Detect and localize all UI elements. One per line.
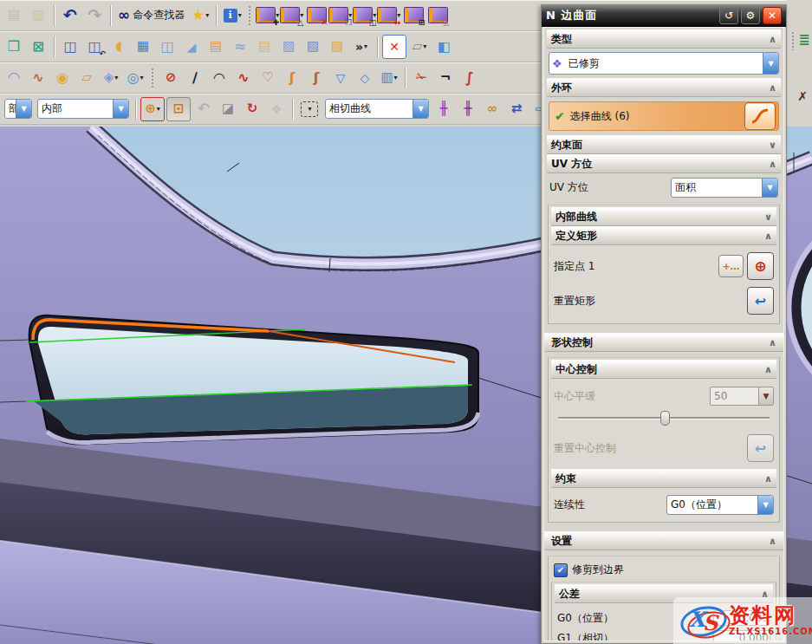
fit-view-icon[interactable]: ✕ <box>382 35 406 59</box>
copy-icon[interactable]: ▤ <box>3 4 25 27</box>
select-curve-row[interactable]: ✔ 选择曲线 (6) <box>549 101 779 131</box>
undo-view-icon[interactable]: ↶ <box>192 98 215 120</box>
variational-sweep-icon[interactable]: ∿ <box>27 67 49 89</box>
section-surface-icon[interactable]: ◉ <box>51 67 74 89</box>
rectangle-select-icon[interactable]: ▾ <box>301 101 318 117</box>
mirror-feature-icon[interactable]: ◫↶ <box>83 36 106 58</box>
offset-region-icon[interactable]: △▾ <box>281 4 303 27</box>
swept-icon[interactable]: ◠ <box>3 67 25 89</box>
continuity-dropdown[interactable]: G0（位置） ▼ <box>666 495 774 515</box>
dialog-close-button[interactable]: ✕ <box>763 7 782 24</box>
delete-face-icon[interactable]: ✕ <box>305 4 328 27</box>
four-point-surface-icon[interactable]: ▱ <box>75 67 98 89</box>
section-outer-loop[interactable]: 外环 ∧ <box>547 78 781 97</box>
arc-icon[interactable]: ◠ <box>208 67 231 89</box>
toolbar-grip[interactable] <box>248 5 252 26</box>
filter-dropdown-partial-arrow[interactable]: ▼ <box>16 100 31 118</box>
center-flat-spinner[interactable]: 50 ▼ <box>710 387 774 406</box>
uv-dropdown-arrow[interactable]: ▼ <box>762 179 777 197</box>
selection-scope-dropdown[interactable]: 内部▼ <box>37 99 129 119</box>
redo-icon[interactable]: ↷ <box>83 4 106 27</box>
offset-curve-on-surface-icon[interactable]: ʃ <box>305 67 328 89</box>
stop-at-intersection-icon[interactable]: ╫ <box>432 98 455 120</box>
display-mode-icon[interactable]: ▱▾ <box>408 36 431 58</box>
stop-at-intersection-alt-icon[interactable]: ╫ <box>457 98 479 120</box>
subtract-icon[interactable]: ⊠ <box>27 36 49 58</box>
snap-point-icon[interactable]: ⊕▾ <box>140 97 165 121</box>
copy-face-icon[interactable]: ❐▾ <box>329 4 352 27</box>
undo-icon[interactable]: ↶ <box>59 4 81 27</box>
trim-curve-icon[interactable]: ✁ <box>410 67 432 89</box>
curve-on-surface-icon[interactable]: ʃ <box>281 67 303 89</box>
point-button[interactable]: ⊕ <box>747 252 774 280</box>
pattern-face-icon[interactable]: ⊞ <box>402 4 425 27</box>
project-curve-icon[interactable]: ▽ <box>329 67 352 89</box>
pattern-feature-icon[interactable]: ◫ <box>59 36 81 58</box>
section-center-control[interactable]: 中心控制 ∧ <box>551 360 776 379</box>
type-dropdown[interactable]: ❖ 已修剪 ▼ <box>549 52 779 75</box>
trim-to-boundary-row[interactable]: ✔ 修剪到边界 <box>554 563 774 577</box>
combined-projection-icon[interactable]: ◇ <box>354 67 376 89</box>
orient-view-icon[interactable]: ⊡ <box>166 97 191 121</box>
studio-spline-icon[interactable]: ∿ <box>232 67 255 89</box>
section-uv-orientation[interactable]: UV 方位 ∧ <box>547 154 781 173</box>
smooth-spline-icon[interactable]: ∫ <box>458 67 481 89</box>
split-body-icon[interactable]: ◫ <box>156 36 179 58</box>
cascade-windows-icon[interactable]: ≣ <box>793 29 812 51</box>
profile-icon[interactable]: ⊘ <box>159 67 182 89</box>
section-constraint-faces[interactable]: 约束面 ∨ <box>547 135 781 154</box>
studio-curve-icon[interactable]: ♡ <box>257 67 279 89</box>
section-settings[interactable]: 设置 ∧ <box>544 531 783 550</box>
point-dialog-button[interactable]: +… <box>718 255 744 277</box>
continuity-dropdown-arrow[interactable]: ▼ <box>757 496 773 514</box>
center-flat-slider[interactable] <box>558 410 770 426</box>
curve-select-button[interactable] <box>744 102 776 130</box>
selection-scope-dropdown-arrow[interactable]: ▼ <box>113 100 128 118</box>
rotate-point-icon[interactable]: ↻ <box>241 98 263 120</box>
slider-thumb[interactable] <box>660 411 670 426</box>
thicken-icon[interactable]: ▤ <box>205 36 227 58</box>
cut-face-icon[interactable]: ◫▾ <box>354 4 376 27</box>
resize-face-icon[interactable]: ↔▾ <box>378 4 400 27</box>
shaded-view-icon[interactable]: ◧ <box>432 36 455 58</box>
extension-surface-icon[interactable]: ▨ <box>302 36 324 58</box>
trim-body-icon[interactable]: ▦ <box>132 36 154 58</box>
curve-rule-dropdown-arrow[interactable]: ▼ <box>412 100 428 118</box>
toolbar-grip[interactable] <box>151 68 155 88</box>
dialog-settings-button[interactable]: ⚙ <box>741 7 760 24</box>
offset-surface-icon[interactable]: ▧ <box>277 36 300 58</box>
line-icon[interactable]: ∕ <box>184 67 206 89</box>
curve-rule-dropdown[interactable]: 相切曲线▼ <box>325 99 429 119</box>
patch-icon[interactable]: ▤ <box>253 36 276 58</box>
measure-icon[interactable]: ✗ <box>791 85 812 107</box>
paste-icon[interactable]: ▥ <box>27 4 49 27</box>
unite-icon[interactable]: ❒ <box>3 36 25 58</box>
shell-icon[interactable]: ◬ <box>426 4 449 27</box>
favorites-icon[interactable]: ★▾ <box>189 4 211 27</box>
eraser-icon[interactable]: ◪ <box>217 98 239 120</box>
law-extension-icon[interactable]: ▧ <box>326 36 348 58</box>
section-define-rectangle[interactable]: 定义矩形 ∧ <box>551 226 776 245</box>
command-finder-icon[interactable]: ∞命令查找器 <box>115 4 187 27</box>
information-icon[interactable]: i▾ <box>221 4 244 27</box>
sew-icon[interactable]: ≈ <box>229 36 251 58</box>
more-commands-chevron[interactable]: »▾ <box>350 36 373 58</box>
tube-icon[interactable]: ◎▾ <box>124 67 146 89</box>
type-dropdown-arrow[interactable]: ▼ <box>763 53 778 74</box>
section-internal-curves[interactable]: 内部曲线 ∨ <box>551 207 776 226</box>
offset-face-icon[interactable]: ◢ <box>180 36 203 58</box>
reset-center-button[interactable]: ↩ <box>747 434 774 462</box>
section-constraint[interactable]: 约束 ∧ <box>551 469 776 488</box>
follow-fillet-icon[interactable]: ∞ <box>481 98 503 120</box>
reset-rectangle-button[interactable]: ↩ <box>747 287 774 315</box>
section-shape-control[interactable]: 形状控制 ∧ <box>544 333 783 352</box>
pan-hand-icon[interactable]: ❖ <box>265 98 288 120</box>
chain-curves-icon[interactable]: ⇄ <box>505 98 528 120</box>
studio-surface-icon[interactable]: ◈▾ <box>100 67 122 89</box>
isoparametric-curve-icon[interactable]: ▥▾ <box>378 67 400 89</box>
section-type[interactable]: 类型 ∧ <box>547 29 781 49</box>
bounded-plane-icon[interactable]: ◖ <box>107 36 130 58</box>
dialog-titlebar[interactable]: N 边曲面 ↺ ⚙ ✕ <box>542 5 786 27</box>
divide-curve-icon[interactable]: ¬ <box>434 67 457 89</box>
filter-dropdown-partial[interactable]: 部▼ <box>4 99 32 119</box>
